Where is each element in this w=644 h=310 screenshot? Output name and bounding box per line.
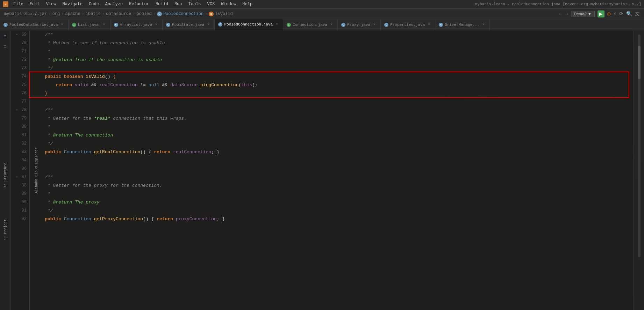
menu-vcs[interactable]: VCS	[205, 1, 218, 7]
fold-78[interactable]: =	[15, 108, 19, 112]
tools-icon[interactable]: ⟳	[619, 11, 623, 17]
tab-close-proxy[interactable]: ×	[372, 22, 377, 27]
line-num-74: 74	[10, 72, 29, 81]
tab-icon-list: I	[72, 23, 76, 27]
menu-window[interactable]: Window	[218, 1, 239, 7]
demo-config-btn[interactable]: Demo2 ▼	[571, 11, 595, 17]
breadcrumb-pooled[interactable]: pooled	[137, 12, 152, 16]
breadcrumb-org[interactable]: org	[52, 12, 60, 16]
line-num-89: 89	[10, 190, 29, 198]
line-numbers: = 69 70 71 72 73 74	[10, 30, 30, 310]
tab-close-list[interactable]: ×	[102, 22, 107, 27]
translate-icon[interactable]: 文	[635, 11, 640, 17]
menubar: ☕ File Edit View Navigate Code Analyze R…	[0, 0, 644, 9]
tab-label-connection: Connection.java	[293, 23, 327, 27]
tab-label-arraylist: ArrayList.java	[120, 23, 152, 27]
menu-code[interactable]: Code	[86, 1, 102, 7]
breadcrumb-method[interactable]: isValid	[215, 12, 232, 16]
sep4: ›	[102, 12, 105, 16]
settings-icon[interactable]: ⚡	[614, 11, 616, 17]
fold-74[interactable]	[15, 75, 19, 78]
menu-view[interactable]: View	[43, 1, 59, 7]
line-num-87: = 87	[10, 173, 29, 181]
project-label: 1: Project	[3, 219, 7, 240]
tab-close-properties[interactable]: ×	[427, 22, 431, 27]
tab-icon-proxy: C	[341, 23, 345, 27]
code-line-91: */	[34, 206, 634, 215]
tab-close-pooledconnection[interactable]: ×	[274, 22, 279, 27]
code-line-69: /**	[34, 30, 634, 39]
tab-close-poolstate[interactable]: ×	[206, 22, 211, 27]
code-line-72: * @return True if the connection is usab…	[34, 56, 634, 64]
menu-build[interactable]: Build	[153, 1, 171, 7]
tab-close-drivermanage[interactable]: ×	[481, 22, 486, 27]
breadcrumb-apache[interactable]: apache	[65, 12, 80, 16]
menu-navigate[interactable]: Navigate	[59, 1, 85, 7]
tab-pooledconnection[interactable]: C PooledConnection.java ×	[215, 19, 283, 30]
menu-refactor[interactable]: Refactor	[126, 1, 152, 7]
tab-arraylist[interactable]: C ArrayList.java ×	[110, 19, 163, 30]
breadcrumb-datasource[interactable]: datasource	[106, 12, 131, 16]
code-line-71: *	[34, 47, 634, 56]
tab-close-connection[interactable]: ×	[329, 22, 334, 27]
line-num-72: 72	[10, 56, 29, 64]
nav-forward-icon[interactable]: →	[565, 11, 568, 17]
tab-poolstate[interactable]: C PoolState.java ×	[163, 19, 215, 30]
tab-icon-connection: I	[287, 23, 291, 27]
code-line-73: */	[34, 64, 634, 72]
breadcrumb-jar[interactable]: mybatis-3.5.7.jar	[4, 12, 47, 16]
search-icon[interactable]: 🔍	[626, 11, 632, 17]
line-num-81: 81	[10, 131, 29, 139]
tab-drivermanage[interactable]: C DriverManage... ×	[435, 19, 490, 30]
fold-76[interactable]	[15, 91, 19, 95]
line-num-92: 92	[10, 215, 29, 223]
menu-file[interactable]: File	[10, 1, 26, 7]
run-button[interactable]: ▶	[598, 10, 604, 17]
project-panel-icon[interactable]: ≡	[1, 32, 10, 41]
tab-list[interactable]: I List.java ×	[69, 19, 110, 30]
tab-properties[interactable]: C Properties.java ×	[381, 19, 435, 30]
line-num-70: 70	[10, 39, 29, 47]
main-area: ≡ ◫ 1: Project 7: Structure = 69 70	[0, 30, 644, 310]
menu-analyze[interactable]: Analyze	[102, 1, 126, 7]
code-line-89: *	[34, 190, 634, 198]
code-line-88: * Getter for the proxy for the connectio…	[34, 181, 634, 190]
fold-69[interactable]: =	[15, 33, 19, 36]
tab-proxy[interactable]: C Proxy.java ×	[338, 19, 381, 30]
line-num-91: 91	[10, 206, 29, 215]
tab-close-pooleddatasource[interactable]: ×	[60, 22, 65, 27]
sep2: ›	[61, 12, 64, 16]
code-line-75: return valid && realConnection != null &…	[34, 81, 634, 89]
nav-back-icon[interactable]: ←	[559, 11, 562, 17]
sep5: ›	[133, 12, 135, 16]
scrollbar-thumb[interactable]	[638, 46, 641, 79]
code-line-70: * Method to see if the connection is usa…	[34, 39, 634, 47]
code-line-83: public Connection getRealConnection() { …	[34, 148, 634, 156]
line-num-73: 73	[10, 64, 29, 72]
code-line-92: public Connection getProxyConnection() {…	[34, 215, 634, 223]
line-num-75: 75	[10, 81, 29, 89]
menu-help[interactable]: Help	[239, 1, 255, 7]
left-sidebar: ≡ ◫ 1: Project 7: Structure	[0, 30, 10, 310]
scrollbar-track	[638, 35, 641, 257]
tab-label-drivermanage: DriverManage...	[445, 23, 479, 27]
menu-tools[interactable]: Tools	[186, 1, 204, 7]
menu-run[interactable]: Run	[172, 1, 185, 7]
fold-87[interactable]: =	[15, 175, 19, 179]
window-title: mybatis-learn - PooledConnection.java [M…	[475, 2, 641, 6]
tab-close-arraylist[interactable]: ×	[154, 22, 159, 27]
code-line-79: * Getter for the *real* connection that …	[34, 114, 634, 123]
breadcrumb-ibatis[interactable]: ibatis	[86, 12, 101, 16]
tab-pooleddatasource[interactable]: C PooledDataSource.java ×	[0, 19, 69, 30]
chevron-down-icon: ▼	[588, 12, 592, 16]
menu-edit[interactable]: Edit	[27, 1, 43, 7]
tab-connection[interactable]: I Connection.java ×	[283, 19, 338, 30]
line-num-78: = 78	[10, 106, 29, 114]
structure-panel-icon[interactable]: ◫	[1, 42, 10, 51]
line-num-76: 76	[10, 89, 29, 97]
code-line-77	[34, 97, 634, 106]
build-icon[interactable]: ⚙	[607, 10, 611, 17]
line-num-86: 86	[10, 164, 29, 173]
class-icon-pooledconn: C	[157, 12, 162, 16]
breadcrumb-class[interactable]: PooledConnection	[163, 12, 203, 16]
